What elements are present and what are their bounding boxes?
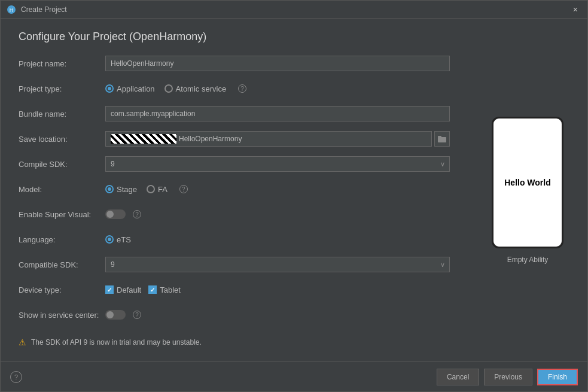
project-type-label: Project type: bbox=[19, 84, 105, 93]
compile-sdk-select[interactable]: 9 bbox=[105, 156, 450, 172]
super-visual-toggle[interactable] bbox=[105, 209, 126, 219]
bundle-name-row: Bundle name: bbox=[19, 105, 450, 122]
project-name-input[interactable] bbox=[105, 56, 450, 71]
project-name-row: Project name: bbox=[19, 55, 450, 72]
compatible-sdk-field: 9 bbox=[105, 257, 450, 272]
svg-rect-2 bbox=[438, 137, 446, 142]
warning-bar: ⚠ The SDK of API 9 is now in trial and m… bbox=[19, 332, 450, 353]
model-row: Model: Stage FA ? bbox=[19, 181, 450, 197]
cancel-button[interactable]: Cancel bbox=[437, 369, 479, 385]
preview-label: Empty Ability bbox=[507, 256, 549, 264]
svg-text:H: H bbox=[10, 7, 14, 13]
fa-label: FA bbox=[158, 185, 167, 194]
compatible-sdk-wrapper: 9 bbox=[105, 257, 450, 272]
super-visual-help-icon[interactable]: ? bbox=[133, 210, 141, 218]
browse-button[interactable] bbox=[434, 131, 450, 147]
atomic-service-radio[interactable]: Atomic service bbox=[164, 84, 227, 93]
language-field: eTS bbox=[105, 235, 450, 244]
service-center-field: ? bbox=[105, 310, 450, 320]
project-name-label: Project name: bbox=[19, 59, 105, 68]
service-center-label: Show in service center: bbox=[19, 311, 105, 320]
compatible-sdk-label: Compatible SDK: bbox=[19, 260, 105, 269]
tablet-checkbox-item[interactable]: Tablet bbox=[148, 285, 181, 294]
compatible-sdk-select[interactable]: 9 bbox=[105, 257, 450, 272]
footer-left: ? bbox=[10, 371, 22, 383]
default-checkbox bbox=[105, 285, 114, 294]
super-visual-label: Enable Super Visual: bbox=[19, 210, 105, 219]
main-content: Configure Your Project (OpenHarmony) Pro… bbox=[1, 19, 587, 361]
model-radio-group: Stage FA ? bbox=[105, 185, 450, 194]
language-label: Language: bbox=[19, 235, 105, 244]
language-radio-group: eTS bbox=[105, 235, 450, 244]
compile-sdk-field: 9 bbox=[105, 156, 450, 172]
model-help-icon[interactable]: ? bbox=[179, 185, 188, 193]
preview-hello-world: Hello World bbox=[504, 178, 551, 187]
fa-radio[interactable]: FA bbox=[147, 185, 167, 194]
fa-radio-circle bbox=[147, 185, 155, 193]
model-field: Stage FA ? bbox=[105, 185, 450, 194]
stage-radio[interactable]: Stage bbox=[105, 185, 137, 194]
default-label: Default bbox=[117, 285, 141, 294]
window-title: Create Project bbox=[21, 5, 569, 14]
service-center-help-icon[interactable]: ? bbox=[133, 311, 141, 319]
device-type-label: Device type: bbox=[19, 285, 105, 294]
preview-area: Hello World Empty Ability bbox=[468, 19, 587, 361]
tablet-checkbox bbox=[148, 285, 157, 294]
finish-button[interactable]: Finish bbox=[537, 369, 578, 385]
footer-help-button[interactable]: ? bbox=[10, 371, 22, 383]
compile-sdk-label: Compile SDK: bbox=[19, 160, 105, 169]
bundle-name-label: Bundle name: bbox=[19, 110, 105, 118]
super-visual-field: ? bbox=[105, 209, 450, 219]
atomic-service-radio-circle bbox=[164, 84, 173, 93]
app-icon: H bbox=[7, 5, 16, 14]
ets-radio[interactable]: eTS bbox=[105, 235, 131, 244]
compile-sdk-row: Compile SDK: 9 bbox=[19, 156, 450, 172]
phone-preview: Hello World bbox=[492, 117, 563, 248]
bundle-name-field[interactable] bbox=[105, 106, 450, 121]
ets-radio-circle bbox=[105, 235, 114, 244]
titlebar: H Create Project × bbox=[1, 1, 587, 19]
stage-label: Stage bbox=[117, 185, 137, 194]
project-type-control: Application Atomic service ? bbox=[105, 84, 450, 93]
compile-sdk-wrapper: 9 bbox=[105, 156, 450, 172]
service-center-toggle[interactable] bbox=[105, 310, 126, 320]
project-type-help-icon[interactable]: ? bbox=[238, 84, 246, 93]
footer: ? Cancel Previous Finish bbox=[1, 361, 587, 391]
svg-rect-3 bbox=[438, 136, 441, 138]
service-center-row: Show in service center: ? bbox=[19, 306, 450, 323]
device-type-group: Default Tablet bbox=[105, 285, 450, 294]
device-type-row: Device type: Default Tablet bbox=[19, 281, 450, 298]
project-type-radio-group: Application Atomic service ? bbox=[105, 84, 450, 93]
super-visual-row: Enable Super Visual: ? bbox=[19, 206, 450, 223]
save-location-row: Save location: HelloOpenHarmony HelloOpe… bbox=[19, 130, 450, 147]
default-checkbox-item[interactable]: Default bbox=[105, 285, 141, 294]
stage-radio-circle bbox=[105, 185, 114, 193]
warning-icon: ⚠ bbox=[19, 338, 26, 347]
page-title: Configure Your Project (OpenHarmony) bbox=[19, 31, 450, 43]
main-window: H Create Project × Configure Your Projec… bbox=[0, 0, 588, 392]
application-label: Application bbox=[117, 84, 155, 93]
project-type-row: Project type: Application Atomic service… bbox=[19, 80, 450, 97]
close-button[interactable]: × bbox=[569, 4, 581, 16]
model-label: Model: bbox=[19, 185, 105, 194]
bundle-name-input[interactable] bbox=[105, 106, 450, 121]
warning-text: The SDK of API 9 is now in trial and may… bbox=[31, 338, 202, 347]
save-location-label: Save location: bbox=[19, 135, 105, 144]
form-area: Configure Your Project (OpenHarmony) Pro… bbox=[1, 19, 468, 361]
device-type-field: Default Tablet bbox=[105, 285, 450, 294]
language-row: Language: eTS bbox=[19, 231, 450, 248]
tablet-label: Tablet bbox=[160, 285, 181, 294]
ets-label: eTS bbox=[117, 235, 131, 244]
compatible-sdk-row: Compatible SDK: 9 bbox=[19, 256, 450, 273]
project-name-field[interactable] bbox=[105, 56, 450, 71]
atomic-service-label: Atomic service bbox=[176, 84, 227, 93]
application-radio-circle bbox=[105, 84, 114, 93]
application-radio[interactable]: Application bbox=[105, 84, 155, 93]
folder-icon bbox=[438, 136, 446, 142]
save-location-wrapper: HelloOpenHarmony HelloOpenHarmony bbox=[105, 131, 450, 147]
save-location-field: HelloOpenHarmony HelloOpenHarmony bbox=[105, 131, 450, 147]
previous-button[interactable]: Previous bbox=[484, 369, 532, 385]
footer-right: Cancel Previous Finish bbox=[437, 369, 578, 385]
